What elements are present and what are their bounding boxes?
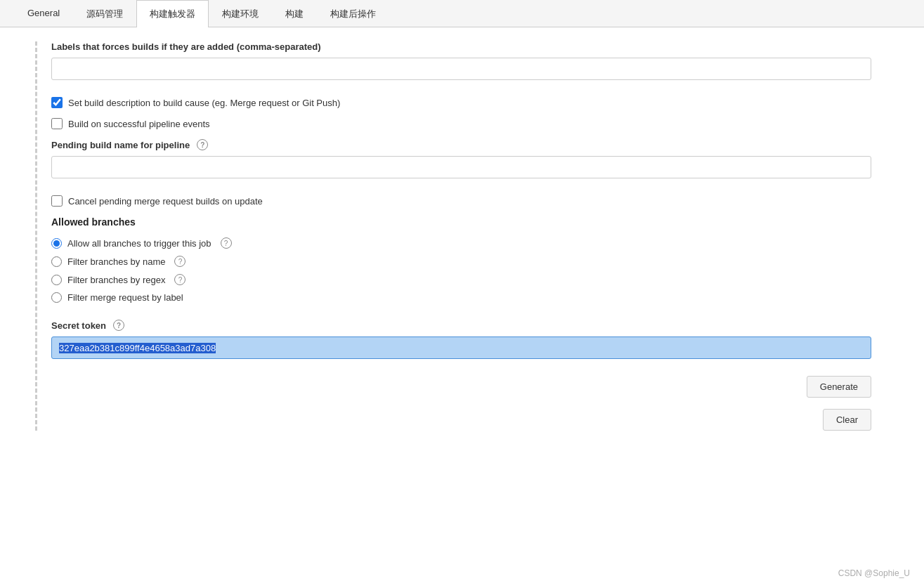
tab-build[interactable]: 构建 [272, 0, 317, 27]
radio-label-filter-by-regex: Filter branches by regex [67, 275, 165, 285]
generate-button[interactable]: Generate [807, 376, 871, 398]
radio-label-filter-merge-label: Filter merge request by label [67, 292, 183, 303]
radio-row-filter-by-regex: Filter branches by regex? [51, 274, 871, 285]
radio-row-filter-merge-label: Filter merge request by label [51, 292, 871, 303]
labels-force-builds-input[interactable] [51, 58, 871, 80]
pending-build-name-group: Pending build name for pipeline ? [51, 139, 871, 178]
tab-source-management[interactable]: 源码管理 [73, 0, 136, 27]
set-build-description-row: Set build description to build cause (eg… [51, 97, 871, 108]
radio-label-filter-by-name: Filter branches by name [67, 256, 165, 267]
radio-all-branches[interactable] [51, 238, 62, 249]
set-build-description-label: Set build description to build cause (eg… [68, 98, 340, 108]
footer-watermark: CSDN @Sophie_U [838, 568, 910, 578]
help-icon-all-branches[interactable]: ? [221, 237, 232, 249]
help-icon-filter-by-regex[interactable]: ? [174, 274, 186, 285]
pending-build-name-label: Pending build name for pipeline [51, 140, 190, 150]
secret-token-label-row: Secret token ? [51, 320, 871, 331]
clear-button[interactable]: Clear [823, 409, 871, 431]
cancel-pending-row: Cancel pending merge request builds on u… [51, 195, 871, 207]
tab-post-build[interactable]: 构建后操作 [317, 0, 389, 27]
build-on-pipeline-checkbox[interactable] [51, 118, 63, 129]
clear-button-row: Clear [51, 409, 871, 431]
help-icon-filter-by-name[interactable]: ? [174, 256, 186, 267]
pending-build-name-input[interactable] [51, 156, 871, 178]
tab-build-triggers[interactable]: 构建触发器 [136, 0, 209, 27]
labels-force-builds-label: Labels that forces builds if they are ad… [51, 41, 871, 52]
build-on-pipeline-label: Build on successful pipeline events [68, 119, 210, 129]
secret-token-help-icon[interactable]: ? [113, 320, 124, 331]
secret-token-input[interactable] [51, 337, 871, 359]
labels-force-builds-group: Labels that forces builds if they are ad… [51, 41, 871, 80]
content-area: Labels that forces builds if they are ad… [0, 27, 924, 588]
radio-row-all-branches: Allow all branches to trigger this job? [51, 237, 871, 249]
secret-token-group: Secret token ? [51, 320, 871, 359]
cancel-pending-label: Cancel pending merge request builds on u… [68, 196, 263, 207]
radio-label-all-branches: Allow all branches to trigger this job [67, 238, 212, 249]
radio-filter-merge-label[interactable] [51, 292, 62, 303]
radio-row-filter-by-name: Filter branches by name? [51, 256, 871, 267]
allowed-branches-radio-group: Allow all branches to trigger this job?F… [51, 237, 871, 303]
tab-general[interactable]: General [14, 0, 73, 27]
tabs-bar: General源码管理构建触发器构建环境构建构建后操作 [0, 0, 924, 27]
allowed-branches-heading: Allowed branches [51, 216, 871, 228]
generate-button-row: Generate [51, 376, 871, 398]
cancel-pending-checkbox[interactable] [51, 195, 63, 207]
radio-filter-by-regex[interactable] [51, 275, 62, 285]
build-on-pipeline-row: Build on successful pipeline events [51, 118, 871, 129]
pending-build-name-label-row: Pending build name for pipeline ? [51, 139, 871, 150]
set-build-description-checkbox[interactable] [51, 97, 63, 108]
allowed-branches-group: Allowed branches Allow all branches to t… [51, 216, 871, 303]
pending-build-name-help-icon[interactable]: ? [197, 139, 208, 150]
radio-filter-by-name[interactable] [51, 256, 62, 267]
tab-build-env[interactable]: 构建环境 [209, 0, 272, 27]
secret-token-label: Secret token [51, 320, 106, 331]
